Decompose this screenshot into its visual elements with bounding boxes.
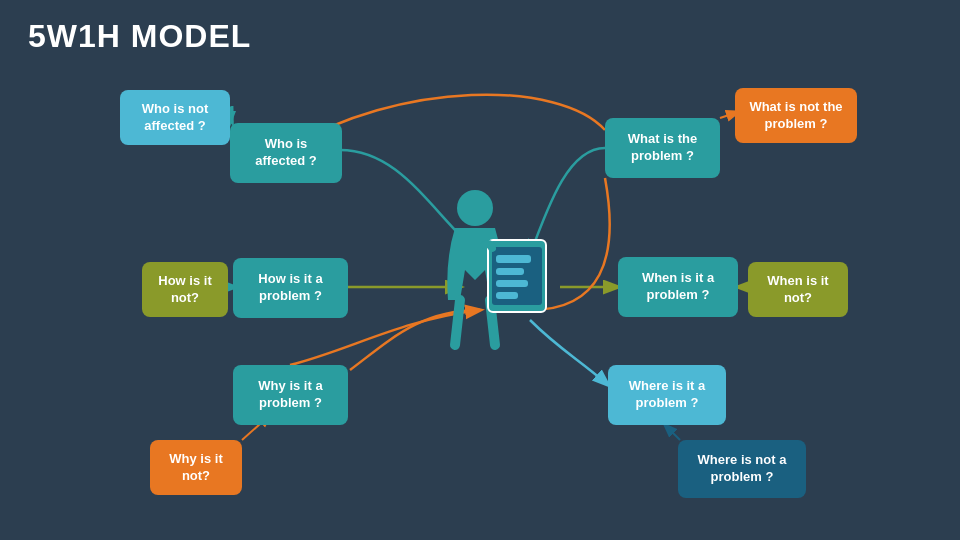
box-how-problem: How is it aproblem ? [233,258,348,318]
box-when-problem: When is it aproblem ? [618,257,738,317]
svg-point-9 [457,190,493,226]
box-where-problem: Where is it aproblem ? [608,365,726,425]
box-where-not: Where is not aproblem ? [678,440,806,498]
box-why-problem: Why is it aproblem ? [233,365,348,425]
svg-rect-13 [496,268,524,275]
central-figure [400,170,560,360]
svg-rect-12 [496,255,531,263]
svg-rect-15 [496,292,518,299]
svg-line-1 [230,117,232,122]
box-what-problem: What is theproblem ? [605,118,720,178]
box-who-affected: Who isaffected ? [230,123,342,183]
svg-rect-14 [496,280,528,287]
box-why-not: Why is itnot? [150,440,242,495]
box-who-not-affected: Who is not affected ? [120,90,230,145]
svg-line-8 [665,425,680,440]
box-when-not: When is itnot? [748,262,848,317]
page-title: 5W1H MODEL [28,18,251,55]
box-what-not-problem: What is not theproblem ? [735,88,857,143]
box-how-not: How is itnot? [142,262,228,317]
